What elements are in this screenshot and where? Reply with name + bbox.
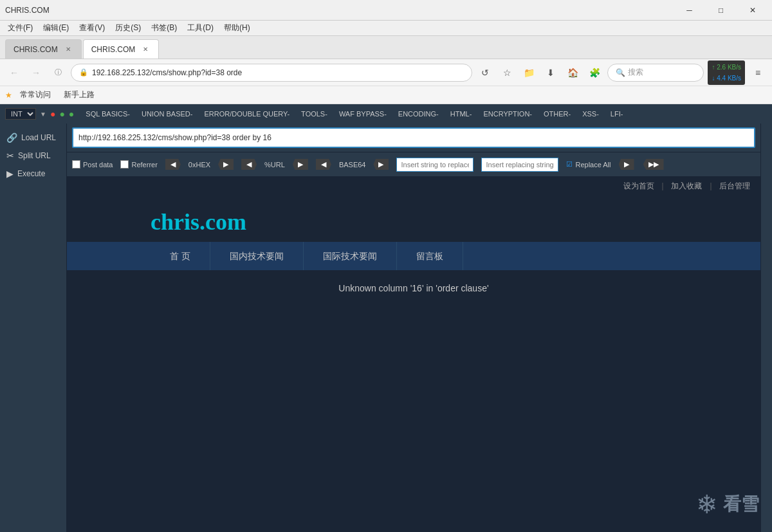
tabs-bar: CHRIS.COM ✕ CHRIS.COM ✕	[0, 36, 772, 59]
window-controls: ─ □ ✕	[675, 1, 767, 19]
info-button[interactable]: ⓘ	[49, 64, 67, 82]
split-url-button[interactable]: ✂ Split URL	[0, 147, 66, 165]
sqli-toolbar: INT ▼ ● ● ● SQL BASICS- UNION BASED- ERR…	[0, 104, 772, 124]
site-link-bookmark[interactable]: 加入收藏	[671, 181, 702, 190]
menu-bookmarks[interactable]: 书签(B)	[146, 21, 182, 35]
download-button[interactable]: ⬇	[542, 64, 560, 82]
sqli-menu-html[interactable]: HTML-	[445, 108, 477, 120]
window-title: CHRIS.COM	[5, 6, 50, 15]
site-content: 设为首页 ｜ 加入收藏 ｜ 后台管理 chris.com 首 页 国内技术要闻 …	[67, 177, 760, 532]
sqli-menu-error-double[interactable]: ERROR/DOUBLE QUERY-	[199, 108, 295, 120]
tab-2-close[interactable]: ✕	[140, 44, 151, 55]
base64-left-arrow[interactable]: ◀	[316, 159, 331, 170]
url-left-arrow[interactable]: ◀	[241, 159, 257, 170]
referrer-option[interactable]: Referrer	[120, 160, 157, 169]
upload-speed: ↑ 2.6 KB/s	[712, 62, 741, 73]
sqli-menu-lfi[interactable]: LFI-	[605, 108, 629, 120]
close-button[interactable]: ✕	[738, 1, 767, 19]
tab-1-label: CHRIS.COM	[14, 45, 58, 54]
referrer-checkbox[interactable]	[120, 160, 129, 169]
sqli-menu-sql-basics[interactable]: SQL BASICS-	[80, 108, 135, 120]
watermark-text: 看雪	[723, 492, 759, 517]
menu-help[interactable]: 帮助(H)	[219, 21, 255, 35]
insert-replacing-input[interactable]	[481, 158, 558, 172]
watermark: ❄ 看雪	[696, 490, 759, 519]
forward-button[interactable]: →	[27, 64, 45, 82]
menu-button[interactable]: ≡	[749, 64, 767, 82]
bookmark-frequent[interactable]: 常常访问	[15, 88, 56, 102]
referrer-label: Referrer	[131, 161, 157, 169]
base64-label: BASE64	[339, 161, 366, 169]
main-container: 🔗 Load URL ✂ Split URL ▶ Execute Post da…	[0, 124, 772, 532]
menu-history[interactable]: 历史(S)	[110, 21, 146, 35]
site-error-message: Unknown column '16' in 'order clause'	[67, 270, 760, 306]
bookmarks-bar: ★ 常常访问 新手上路	[0, 86, 772, 104]
maximize-button[interactable]: □	[706, 1, 735, 19]
status-dot-green: ●	[59, 109, 64, 119]
replace-all-checkbox[interactable]: ☑	[566, 160, 573, 169]
post-data-checkbox[interactable]	[72, 160, 80, 169]
sqli-menu-tools[interactable]: TOOLS-	[296, 108, 333, 120]
split-url-icon: ✂	[6, 151, 14, 161]
speed-indicator: ↑ 2.6 KB/s ↓ 4.4 KB/s	[708, 60, 745, 85]
site-link-admin[interactable]: 后台管理	[719, 181, 750, 190]
site-nav-domestic[interactable]: 国内技术要闻	[210, 242, 304, 270]
replace-all-option[interactable]: ☑ Replace All	[566, 160, 611, 169]
execute-button[interactable]: ▶ Execute	[0, 165, 66, 183]
site-nav-international[interactable]: 国际技术要闻	[304, 242, 397, 270]
back-button[interactable]: ←	[5, 64, 23, 82]
extra-arrow[interactable]: ▶▶	[643, 159, 664, 170]
post-data-label: Post data	[83, 161, 113, 169]
tab-2[interactable]: CHRIS.COM ✕	[83, 39, 160, 59]
menu-tools[interactable]: 工具(D)	[182, 21, 219, 35]
insert-replace-input[interactable]	[396, 158, 473, 172]
hex-left-arrow[interactable]: ◀	[165, 159, 181, 170]
bookmark-newbie[interactable]: 新手上路	[59, 88, 100, 102]
status-dot-red: ●	[50, 109, 55, 119]
replace-all-arrow[interactable]: ▶	[619, 159, 634, 170]
tab-2-label: CHRIS.COM	[91, 45, 136, 54]
menu-edit[interactable]: 编辑(E)	[38, 21, 74, 35]
sqli-menu-other[interactable]: OTHER-	[538, 108, 576, 120]
execute-icon: ▶	[6, 169, 14, 179]
home-button[interactable]: 🏠	[564, 64, 582, 82]
int-select[interactable]: INT	[5, 108, 36, 120]
site-nav-home[interactable]: 首 页	[151, 242, 210, 270]
sqli-menu-union-based[interactable]: UNION BASED-	[136, 108, 198, 120]
site-link-homepage[interactable]: 设为首页	[623, 181, 654, 190]
security-icon: 🔒	[79, 68, 88, 77]
url-right-arrow[interactable]: ▶	[293, 159, 308, 170]
bookmark-folder-button[interactable]: 📁	[520, 64, 538, 82]
tab-1-close[interactable]: ✕	[63, 44, 73, 55]
execute-label: Execute	[17, 169, 45, 178]
minimize-button[interactable]: ─	[675, 1, 704, 19]
tab-1[interactable]: CHRIS.COM ✕	[5, 39, 82, 59]
sqli-menu-xss[interactable]: XSS-	[577, 108, 604, 120]
hex-label: 0xHEX	[188, 161, 210, 169]
search-icon: 🔍	[616, 68, 625, 77]
search-box[interactable]: 🔍 搜索	[607, 64, 704, 82]
site-logo: chris.com	[151, 208, 760, 235]
site-nav-guestbook[interactable]: 留言板	[397, 242, 463, 270]
hex-right-arrow[interactable]: ▶	[218, 159, 234, 170]
right-panel	[760, 124, 772, 532]
sqli-menu-waf-bypass[interactable]: WAF BYPASS-	[334, 108, 392, 120]
load-url-button[interactable]: 🔗 Load URL	[0, 129, 66, 147]
url-input-area	[67, 124, 760, 152]
menu-file[interactable]: 文件(F)	[3, 21, 38, 35]
url-label: %URL	[264, 161, 285, 169]
dropdown-arrow: ▼	[40, 111, 46, 118]
status-dot-green2: ●	[69, 109, 74, 119]
options-bar: Post data Referrer ◀ 0xHEX ▶ ◀ %URL ▶ ◀ …	[67, 152, 760, 177]
menu-view[interactable]: 查看(V)	[74, 21, 110, 35]
sqli-menu-encryption[interactable]: ENCRYPTION-	[478, 108, 537, 120]
side-panel: 🔗 Load URL ✂ Split URL ▶ Execute	[0, 124, 67, 532]
base64-right-arrow[interactable]: ▶	[373, 159, 389, 170]
post-data-option[interactable]: Post data	[72, 160, 113, 169]
reload-button[interactable]: ↺	[476, 64, 494, 82]
sqli-menu-encoding[interactable]: ENCODING-	[393, 108, 444, 120]
bookmark-star-button[interactable]: ☆	[498, 64, 516, 82]
url-bar[interactable]: 🔒 192.168.225.132/cms/show.php?id=38 ord…	[71, 64, 472, 82]
addon-button[interactable]: 🧩	[585, 64, 603, 82]
url-input[interactable]	[72, 127, 755, 148]
